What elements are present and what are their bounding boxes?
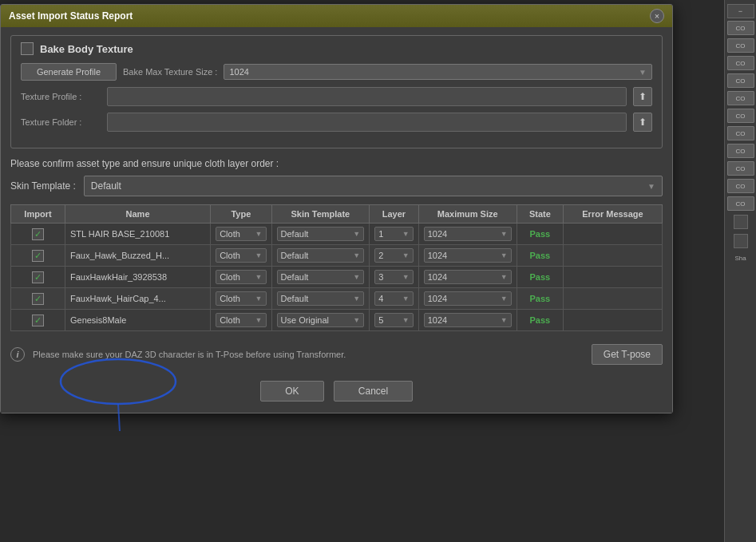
name-cell: Faux_Hawk_Buzzed_H... [65, 245, 210, 267]
texture-profile-input[interactable] [107, 87, 627, 106]
sidebar-square-1 [734, 215, 748, 229]
texture-profile-row: Texture Profile : ⬆ [21, 87, 652, 106]
import-cell [11, 224, 65, 245]
layer-cell: 3▼ [370, 267, 418, 288]
type-select[interactable]: Cloth▼ [216, 227, 266, 241]
type-select[interactable]: Cloth▼ [216, 291, 266, 306]
skin-template-cell: Default▼ [271, 224, 370, 245]
get-tpose-button[interactable]: Get T-pose [592, 344, 663, 365]
dialog-content: Bake Body Texture Generate Profile Bake … [1, 27, 672, 413]
close-button[interactable]: × [650, 9, 664, 23]
skin-template-row-select[interactable]: Default▼ [277, 291, 365, 306]
max-size-select[interactable]: 1024▼ [424, 227, 512, 241]
table-row: Faux_Hawk_Buzzed_H...Cloth▼Default▼2▼102… [11, 245, 663, 267]
layer-select[interactable]: 2▼ [374, 248, 413, 263]
sidebar-co-3[interactable]: CO [727, 56, 754, 70]
info-text: Please make sure your DAZ 3D character i… [33, 350, 584, 359]
error-cell [563, 288, 662, 310]
sidebar-co-10[interactable]: CO [727, 179, 754, 193]
row-import-checkbox[interactable] [32, 228, 44, 240]
max-size-select[interactable]: 1024▼ [424, 313, 512, 327]
max-size-cell: 1024▼ [418, 267, 517, 288]
layer-select[interactable]: 5▼ [374, 313, 413, 327]
sidebar-co-1[interactable]: CO [727, 21, 754, 35]
type-cell: Cloth▼ [211, 245, 271, 267]
row-import-checkbox[interactable] [32, 250, 44, 262]
max-size-cell: 1024▼ [418, 245, 517, 267]
ok-button[interactable]: OK [260, 381, 324, 402]
import-cell [11, 288, 65, 310]
max-size-select[interactable]: 1024▼ [424, 291, 512, 306]
state-cell: Pass [517, 267, 563, 288]
max-size-select[interactable]: 1024▼ [424, 270, 512, 284]
type-select[interactable]: Cloth▼ [216, 270, 266, 284]
sidebar-sha-label: Sha [734, 255, 746, 262]
sidebar-co-9[interactable]: CO [727, 161, 754, 176]
table-row: STL HAIR BASE_210081Cloth▼Default▼1▼1024… [11, 224, 663, 245]
sidebar-co-8[interactable]: CO [727, 144, 754, 158]
bake-section-title: Bake Body Texture [40, 43, 133, 55]
sidebar-co-11[interactable]: CO [727, 196, 754, 211]
row-import-checkbox[interactable] [32, 271, 44, 283]
table-row: Genesis8MaleCloth▼Use Original▼5▼1024▼Pa… [11, 310, 663, 331]
dialog-buttons: OK Cancel [10, 374, 663, 405]
error-cell [563, 224, 662, 245]
state-cell: Pass [517, 310, 563, 331]
info-icon: i [10, 347, 25, 362]
col-type: Type [211, 205, 271, 224]
import-table: Import Name Type Skin Template Layer Max… [10, 204, 663, 331]
skin-template-cell: Default▼ [271, 245, 370, 267]
skin-template-value: Default [91, 180, 121, 192]
error-cell [563, 267, 662, 288]
skin-template-cell: Use Original▼ [271, 310, 370, 331]
name-cell: FauxHawk_HairCap_4... [65, 288, 210, 310]
skin-template-row-select[interactable]: Use Original▼ [277, 313, 365, 327]
type-cell: Cloth▼ [211, 267, 271, 288]
skin-template-row-select[interactable]: Default▼ [277, 227, 365, 241]
cancel-button[interactable]: Cancel [334, 381, 413, 402]
col-layer: Layer [370, 205, 418, 224]
bake-section: Bake Body Texture Generate Profile Bake … [10, 35, 663, 148]
sidebar-co-2[interactable]: CO [727, 38, 754, 53]
layer-select[interactable]: 1▼ [374, 227, 413, 241]
max-size-select[interactable]: 1024▼ [424, 248, 512, 263]
type-cell: Cloth▼ [211, 310, 271, 331]
type-cell: Cloth▼ [211, 224, 271, 245]
type-select[interactable]: Cloth▼ [216, 248, 266, 263]
layer-cell: 1▼ [370, 224, 418, 245]
skin-template-select[interactable]: Default ▼ [84, 176, 663, 196]
skin-template-cell: Default▼ [271, 288, 370, 310]
layer-select[interactable]: 4▼ [374, 291, 413, 306]
col-skin-template: Skin Template [271, 205, 370, 224]
layer-cell: 2▼ [370, 245, 418, 267]
confirm-text: Please confirm asset type and ensure uni… [10, 158, 663, 169]
generate-profile-button[interactable]: Generate Profile [21, 63, 117, 81]
error-cell [563, 310, 662, 331]
skin-template-row-select[interactable]: Default▼ [277, 248, 365, 263]
type-select[interactable]: Cloth▼ [216, 313, 266, 327]
texture-folder-browse[interactable]: ⬆ [633, 113, 652, 132]
skin-template-row-select[interactable]: Default▼ [277, 270, 365, 284]
sidebar-co-5[interactable]: CO [727, 91, 754, 105]
texture-folder-input[interactable] [107, 113, 627, 132]
sidebar-top-arrow[interactable]: − [727, 4, 754, 18]
bake-max-texture-select[interactable]: 1024 ▼ [224, 64, 652, 80]
col-error: Error Message [563, 205, 662, 224]
error-cell [563, 245, 662, 267]
bake-profile-row: Generate Profile Bake Max Texture Size :… [21, 63, 652, 81]
layer-cell: 5▼ [370, 310, 418, 331]
texture-profile-browse[interactable]: ⬆ [633, 87, 652, 106]
layer-select[interactable]: 3▼ [374, 270, 413, 284]
col-max-size: Maximum Size [418, 205, 517, 224]
table-row: FauxHawk_HairCap_4...Cloth▼Default▼4▼102… [11, 288, 663, 310]
sidebar-co-6[interactable]: CO [727, 109, 754, 123]
row-import-checkbox[interactable] [32, 315, 44, 326]
bake-select-arrow: ▼ [639, 68, 647, 77]
sidebar-co-4[interactable]: CO [727, 73, 754, 88]
sidebar-co-7[interactable]: CO [727, 126, 754, 140]
row-import-checkbox[interactable] [32, 293, 44, 305]
state-cell: Pass [517, 245, 563, 267]
bake-checkbox[interactable] [21, 42, 34, 55]
import-table-scroll[interactable]: Import Name Type Skin Template Layer Max… [10, 204, 663, 338]
layer-cell: 4▼ [370, 288, 418, 310]
